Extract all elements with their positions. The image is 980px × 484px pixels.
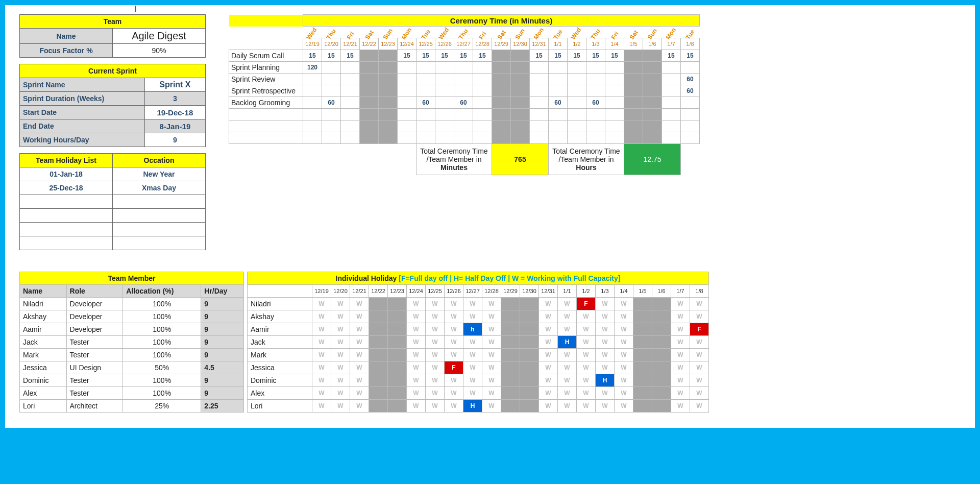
ceremony-cell[interactable]: 15	[586, 50, 605, 62]
ceremony-cell[interactable]	[511, 109, 530, 120]
ceremony-cell[interactable]	[662, 62, 681, 74]
ceremony-cell[interactable]: 60	[322, 97, 341, 109]
ceremony-cell[interactable]	[549, 132, 568, 144]
ind-holiday-cell[interactable]	[633, 323, 652, 336]
member-name[interactable]: Jack	[20, 336, 67, 349]
ceremony-cell[interactable]	[530, 109, 549, 120]
ind-holiday-cell[interactable]	[369, 374, 388, 387]
ind-holiday-cell[interactable]	[369, 298, 388, 310]
ceremony-cell[interactable]	[454, 132, 473, 144]
ind-holiday-cell[interactable]	[520, 361, 539, 374]
ind-holiday-cell[interactable]	[388, 349, 407, 361]
ind-holiday-cell[interactable]: W	[482, 374, 501, 387]
ind-holiday-cell[interactable]	[388, 310, 407, 323]
ceremony-cell[interactable]	[379, 50, 398, 62]
ind-holiday-cell[interactable]: W	[539, 298, 558, 310]
ceremony-cell[interactable]	[379, 74, 398, 85]
ceremony-cell[interactable]	[360, 50, 379, 62]
ind-holiday-cell[interactable]: W	[577, 387, 596, 400]
ind-holiday-cell[interactable]	[388, 298, 407, 310]
ceremony-cell[interactable]	[303, 132, 322, 144]
ind-holiday-cell[interactable]: W	[596, 298, 615, 310]
ind-holiday-cell[interactable]: H	[596, 374, 615, 387]
ind-holiday-cell[interactable]	[652, 323, 671, 336]
ceremony-cell[interactable]	[360, 85, 379, 97]
ceremony-cell[interactable]	[643, 120, 662, 132]
ind-holiday-cell[interactable]	[388, 323, 407, 336]
ind-holiday-cell[interactable]	[652, 310, 671, 323]
ceremony-cell[interactable]	[341, 97, 360, 109]
ind-holiday-cell[interactable]: W	[558, 349, 577, 361]
ind-holiday-cell[interactable]: W	[426, 387, 445, 400]
ind-holiday-cell[interactable]: W	[331, 374, 350, 387]
holiday-date[interactable]	[20, 236, 113, 250]
ceremony-cell[interactable]	[605, 109, 624, 120]
ind-holiday-cell[interactable]	[388, 336, 407, 349]
ind-holiday-cell[interactable]: W	[407, 298, 426, 310]
ind-holiday-cell[interactable]	[633, 298, 652, 310]
ind-holiday-cell[interactable]: W	[596, 310, 615, 323]
ceremony-cell[interactable]	[416, 62, 435, 74]
ind-holiday-cell[interactable]: W	[312, 336, 331, 349]
ind-holiday-cell[interactable]: W	[482, 323, 501, 336]
ceremony-cell[interactable]: 60	[549, 97, 568, 109]
ceremony-cell[interactable]: 15	[303, 50, 322, 62]
ind-holiday-cell[interactable]: W	[615, 336, 633, 349]
ceremony-cell[interactable]	[643, 85, 662, 97]
ind-holiday-cell[interactable]: F	[577, 298, 596, 310]
ceremony-cell[interactable]	[530, 120, 549, 132]
ind-holiday-cell[interactable]: W	[482, 400, 501, 413]
ind-holiday-cell[interactable]: W	[615, 310, 633, 323]
ind-holiday-cell[interactable]	[388, 374, 407, 387]
ind-holiday-cell[interactable]: W	[690, 336, 709, 349]
ind-holiday-cell[interactable]: W	[558, 400, 577, 413]
ceremony-cell[interactable]	[549, 62, 568, 74]
ind-holiday-cell[interactable]: W	[331, 323, 350, 336]
ceremony-cell[interactable]	[605, 62, 624, 74]
focus-value[interactable]: 90%	[113, 44, 206, 58]
sprint-wh-value[interactable]: 9	[144, 133, 205, 147]
ind-holiday-cell[interactable]: W	[445, 374, 463, 387]
ind-holiday-cell[interactable]: W	[577, 374, 596, 387]
sprint-start-value[interactable]: 19-Dec-18	[144, 106, 205, 119]
ceremony-cell[interactable]: 15	[568, 50, 586, 62]
ind-holiday-cell[interactable]: W	[331, 310, 350, 323]
ind-holiday-cell[interactable]: W	[615, 400, 633, 413]
ind-holiday-cell[interactable]: W	[671, 361, 690, 374]
ind-holiday-cell[interactable]: W	[596, 349, 615, 361]
ind-holiday-cell[interactable]: H	[558, 336, 577, 349]
ind-holiday-cell[interactable]	[520, 323, 539, 336]
ceremony-cell[interactable]	[662, 97, 681, 109]
ceremony-cell[interactable]	[492, 62, 511, 74]
ceremony-cell[interactable]	[681, 62, 700, 74]
ceremony-cell[interactable]: 60	[416, 97, 435, 109]
ind-holiday-cell[interactable]: H	[463, 400, 482, 413]
ceremony-cell[interactable]	[605, 97, 624, 109]
ind-holiday-cell[interactable]: W	[482, 310, 501, 323]
ind-holiday-cell[interactable]	[501, 374, 520, 387]
member-role[interactable]: Tester	[66, 336, 123, 349]
ind-holiday-cell[interactable]: W	[558, 310, 577, 323]
ceremony-cell[interactable]	[473, 74, 492, 85]
ceremony-cell[interactable]	[643, 132, 662, 144]
sprint-name-value[interactable]: Sprint X	[144, 78, 205, 92]
ind-holiday-cell[interactable]	[369, 310, 388, 323]
ceremony-cell[interactable]	[511, 62, 530, 74]
ceremony-cell[interactable]	[549, 85, 568, 97]
member-role[interactable]: UI Design	[66, 361, 123, 374]
ceremony-cell[interactable]	[586, 109, 605, 120]
ind-holiday-cell[interactable]: W	[690, 310, 709, 323]
ind-holiday-cell[interactable]: W	[350, 349, 369, 361]
ceremony-cell[interactable]	[662, 132, 681, 144]
member-alloc[interactable]: 50%	[123, 361, 201, 374]
ind-holiday-cell[interactable]	[633, 336, 652, 349]
ind-holiday-cell[interactable]: W	[331, 349, 350, 361]
member-role[interactable]: Developer	[66, 323, 123, 336]
ceremony-cell[interactable]	[379, 97, 398, 109]
ind-holiday-cell[interactable]: W	[577, 323, 596, 336]
ceremony-cell[interactable]	[435, 109, 454, 120]
ind-holiday-cell[interactable]	[501, 298, 520, 310]
member-name[interactable]: Mark	[20, 349, 67, 361]
ind-holiday-cell[interactable]	[369, 387, 388, 400]
ceremony-cell[interactable]	[379, 85, 398, 97]
